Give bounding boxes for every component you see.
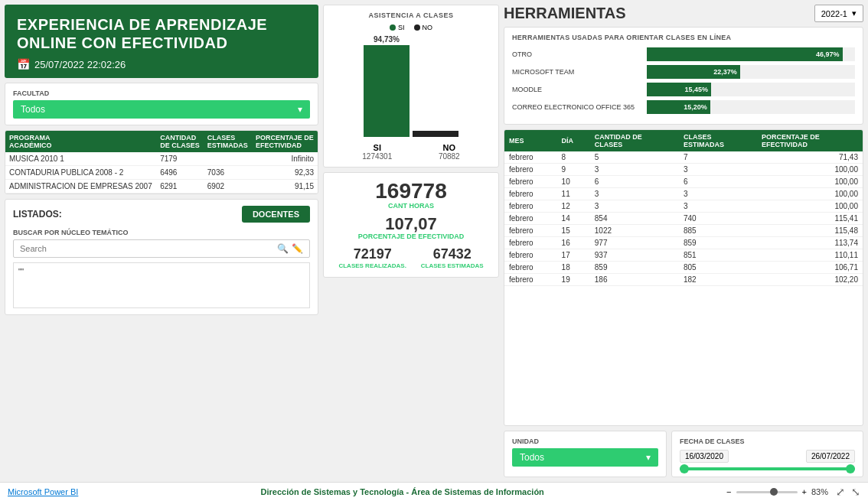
legend-dot-si xyxy=(390,24,396,31)
footer-icons: ⤢ ⤡ xyxy=(836,486,860,498)
h-bar-fill: 15,45% xyxy=(647,83,711,96)
title-card: EXPERIENCIA DE APRENDIZAJE ONLINE CON EF… xyxy=(5,5,318,78)
h-bar-fill: 15,20% xyxy=(647,100,710,114)
unidad-label: UNIDAD xyxy=(512,438,658,445)
detail-col-estimadas: CLASESESTIMADAS xyxy=(679,130,757,151)
unidad-dropdown[interactable]: Todos ▾ xyxy=(512,448,658,467)
fecha-slider-track[interactable] xyxy=(680,467,855,470)
asistencia-title: ASISTENCIA A CLASES xyxy=(331,11,491,19)
cant-horas-number: 169778 xyxy=(331,181,491,202)
chevron-down-year-icon: ▾ xyxy=(852,8,857,18)
table-row: febrero17937851110,11 xyxy=(504,249,863,262)
bar-si-wrapper: 94,73% xyxy=(364,34,410,137)
listado-result: "" xyxy=(13,262,310,308)
table-row: febrero85771,43 xyxy=(504,151,863,164)
herramientas-bar-row: MOODLE15,45% xyxy=(512,83,855,96)
table-row: febrero1233100,00 xyxy=(504,200,863,213)
search-section-label: BUSCAR POR NÚCLEO TEMÁTICO xyxy=(13,229,310,236)
h-bar-track: 46,97% xyxy=(647,47,855,61)
result-prefix: "" xyxy=(18,268,24,276)
slider-thumb-left[interactable] xyxy=(680,464,689,473)
herramientas-bars: OTRO46,97%MICROSOFT TEAM22,37%MOODLE15,4… xyxy=(512,47,855,114)
two-stats: 72197 CLASES REALIZADAS. 67432 CLASES ES… xyxy=(331,246,491,269)
h-bar-track: 15,45% xyxy=(647,83,855,96)
stats-card: 169778 CANT HORAS 107,07 PORCENTAJE DE E… xyxy=(323,172,499,278)
table-row: febrero1133100,00 xyxy=(504,188,863,200)
zoom-minus-icon[interactable]: − xyxy=(726,487,731,496)
detail-col-dia: Día xyxy=(557,130,590,151)
h-bar-track: 15,20% xyxy=(647,100,855,114)
datetime-row: 📅 25/07/2022 22:02:26 xyxy=(17,58,306,70)
facultad-label: FACULTAD xyxy=(13,89,310,97)
si-label-val: 1274301 xyxy=(362,152,392,161)
footer: Microsoft Power BI Dirección de Sistemas… xyxy=(0,482,868,501)
main-container: EXPERIENCIA DE APRENDIZAJE ONLINE CON EF… xyxy=(0,0,868,501)
listados-header: LISTADOS: DOCENTES xyxy=(13,206,310,223)
si-label-item: SI 1274301 xyxy=(362,143,392,161)
table-row: febrero933100,00 xyxy=(504,164,863,176)
bar-black-fill xyxy=(413,131,458,137)
zoom-slider[interactable] xyxy=(736,491,798,493)
search-box[interactable]: 🔍 ✏️ xyxy=(13,239,310,258)
legend-dot-no xyxy=(414,24,420,31)
bar-no xyxy=(413,131,458,137)
detail-col-pct: PORCENTAJE DEEFECTIVIDAD xyxy=(757,130,863,151)
listados-title: LISTADOS: xyxy=(13,209,62,220)
left-panel: EXPERIENCIA DE APRENDIZAJE ONLINE CON EF… xyxy=(5,5,318,477)
no-label-name: NO xyxy=(439,143,460,152)
facultad-card: FACULTAD Todos ▾ xyxy=(5,83,318,125)
fecha-end: 26/07/2022 xyxy=(806,450,855,463)
legend-si-label: SI xyxy=(398,24,405,31)
h-bar-label: MOODLE xyxy=(512,86,642,93)
clases-realizadas-number: 72197 xyxy=(338,246,406,262)
zoom-control: − + 83% xyxy=(726,487,828,496)
calendar-icon: 📅 xyxy=(17,58,30,70)
main-title: EXPERIENCIA DE APRENDIZAJE ONLINE CON EF… xyxy=(17,15,306,52)
datetime-text: 25/07/2022 22:02:26 xyxy=(34,59,126,70)
powerbi-link[interactable]: Microsoft Power BI xyxy=(8,487,78,496)
table-row: ADMINISTRACION DE EMPRESAS 2007629169029… xyxy=(5,180,318,194)
search-input[interactable] xyxy=(20,244,274,253)
year-dropdown[interactable]: 2022-1 ▾ xyxy=(814,5,863,22)
herramientas-bar-row: CORREO ELECTRONICO OFFICE 36515,20% xyxy=(512,100,855,114)
year-value: 2022-1 xyxy=(821,9,847,18)
h-bar-fill: 22,37% xyxy=(647,65,740,79)
table-row: febrero18859805106,71 xyxy=(504,262,863,274)
docentes-button[interactable]: DOCENTES xyxy=(242,206,310,223)
herramientas-bar-row: MICROSOFT TEAM22,37% xyxy=(512,65,855,79)
efectividad-label: PORCENTAJE DE EFECTIVIDAD xyxy=(331,233,491,240)
clases-estimadas-label: CLASES ESTIMADAS xyxy=(421,262,484,269)
si-label-name: SI xyxy=(362,143,392,152)
clases-realizadas-label: CLASES REALIZADAS. xyxy=(338,262,406,269)
zoom-plus-icon[interactable]: + xyxy=(802,487,807,496)
table-row: febrero19186182102,20 xyxy=(504,274,863,286)
zoom-thumb[interactable] xyxy=(770,488,778,496)
slider-thumb-right[interactable] xyxy=(846,464,855,473)
herramientas-header: HERRAMIENTAS 2022-1 ▾ xyxy=(504,5,863,22)
herramientas-title: HERRAMIENTAS xyxy=(504,5,626,22)
table-row: febrero14854740115,41 xyxy=(504,213,863,225)
table-row: CONTADURIA PUBLICA 2008 - 26496703692,33 xyxy=(5,166,318,180)
fecha-label: FECHA DE CLASES xyxy=(680,438,855,445)
col-cantidad: CANTIDADDE CLASES xyxy=(156,131,204,152)
asistencia-bar-chart: 94,73% xyxy=(331,37,491,137)
legend-no: NO xyxy=(414,24,433,31)
cant-horas-label: CANT HORAS xyxy=(331,202,491,210)
fecha-values: 16/03/2020 26/07/2022 xyxy=(680,450,855,463)
no-label-val: 70882 xyxy=(439,152,460,161)
footer-text: Dirección de Sistemas y Tecnología - Áre… xyxy=(261,487,544,496)
clases-estimadas-item: 67432 CLASES ESTIMADAS xyxy=(421,246,484,269)
h-bar-label: CORREO ELECTRONICO OFFICE 365 xyxy=(512,103,642,111)
h-bar-pct: 15,45% xyxy=(685,86,709,93)
facultad-dropdown[interactable]: Todos ▾ xyxy=(13,100,310,119)
expand-icon[interactable]: ⤡ xyxy=(851,486,860,498)
listados-section: LISTADOS: DOCENTES BUSCAR POR NÚCLEO TEM… xyxy=(5,199,318,315)
fecha-card: FECHA DE CLASES 16/03/2020 26/07/2022 xyxy=(671,431,863,477)
h-bar-pct: 22,37% xyxy=(713,68,737,76)
zoom-pct: 83% xyxy=(811,487,828,496)
col-pct: PORCENTAJE DEEFECTIVIDAD xyxy=(252,131,318,152)
h-bar-pct: 46,97% xyxy=(816,50,840,58)
table-row: febrero151022885115,48 xyxy=(504,225,863,237)
share-icon[interactable]: ⤢ xyxy=(836,486,845,498)
asistencia-card: ASISTENCIA A CLASES SI NO 94,73% xyxy=(323,5,499,168)
